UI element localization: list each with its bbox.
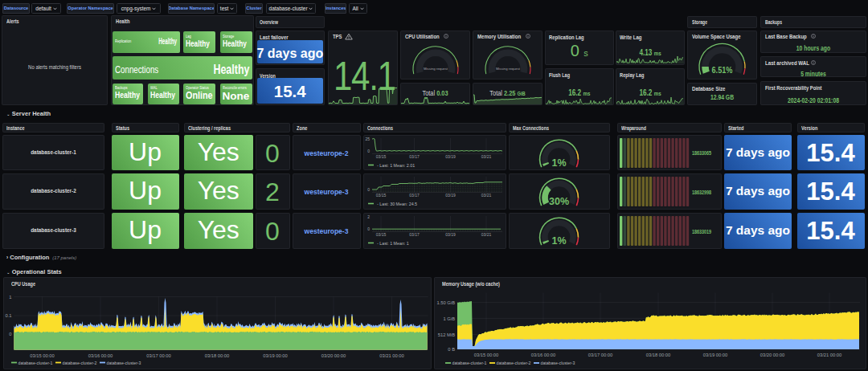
- svg-text:1.50 GiB: 1.50 GiB: [436, 300, 455, 304]
- svg-text:03/19 00:00: 03/19 00:00: [703, 353, 728, 357]
- svg-text:0.1: 0.1: [5, 313, 11, 318]
- svg-text:- Last: 1 Mean: 1: - Last: 1 Mean: 1: [377, 240, 409, 245]
- svg-text:0: 0: [9, 331, 11, 336]
- svg-text:0: 0: [367, 226, 370, 231]
- svg-text:database-cluster-3: database-cluster-3: [541, 361, 575, 365]
- svg-text:03/15: 03/15: [376, 231, 387, 236]
- svg-text:03/17: 03/17: [409, 153, 420, 158]
- svg-text:03/16 00:00: 03/16 00:00: [88, 353, 113, 357]
- svg-text:- Last: 1 Mean: 2.01: - Last: 1 Mean: 2.01: [377, 162, 415, 167]
- svg-text:database-cluster-3: database-cluster-3: [107, 360, 141, 365]
- svg-text:03/21: 03/21: [481, 231, 492, 236]
- svg-text:- Last: 30 Mean: 24.5: - Last: 30 Mean: 24.5: [377, 202, 417, 206]
- svg-text:database-cluster-2: database-cluster-2: [497, 361, 531, 365]
- svg-text:03/19: 03/19: [445, 193, 456, 198]
- svg-text:03/15 00:00: 03/15 00:00: [30, 353, 55, 357]
- svg-text:03/17 00:00: 03/17 00:00: [588, 353, 613, 357]
- svg-text:2: 2: [367, 214, 370, 218]
- svg-text:03/20 00:00: 03/20 00:00: [321, 353, 346, 357]
- svg-text:03/18 00:00: 03/18 00:00: [205, 353, 230, 357]
- svg-text:0: 0: [367, 149, 370, 153]
- svg-text:03/21 00:00: 03/21 00:00: [817, 353, 842, 357]
- svg-text:03/15: 03/15: [376, 153, 387, 158]
- svg-text:1%: 1%: [551, 235, 566, 247]
- svg-text:03/19: 03/19: [445, 231, 456, 236]
- svg-text:03/17 00:00: 03/17 00:00: [146, 353, 171, 357]
- svg-text:1: 1: [9, 294, 11, 299]
- svg-text:03/21: 03/21: [481, 193, 492, 198]
- svg-text:03/21 00:00: 03/21 00:00: [379, 353, 404, 357]
- svg-text:0 B: 0 B: [448, 347, 455, 352]
- svg-text:0: 0: [367, 187, 370, 192]
- svg-text:03/15 00:00: 03/15 00:00: [474, 353, 499, 357]
- svg-text:03/16 00:00: 03/16 00:00: [531, 353, 556, 357]
- svg-text:1 GiB: 1 GiB: [444, 316, 456, 320]
- svg-text:25: 25: [365, 136, 370, 141]
- svg-text:database-cluster-2: database-cluster-2: [63, 360, 97, 365]
- svg-text:Missing request: Missing request: [423, 67, 448, 71]
- svg-text:03/20 00:00: 03/20 00:00: [760, 353, 785, 357]
- svg-text:03/19: 03/19: [445, 153, 456, 158]
- svg-text:03/17: 03/17: [409, 193, 420, 198]
- svg-text:03/17: 03/17: [409, 231, 420, 236]
- svg-text:03/15: 03/15: [376, 193, 387, 198]
- svg-text:Missing request: Missing request: [495, 67, 520, 71]
- svg-text:03/19 00:00: 03/19 00:00: [263, 353, 288, 357]
- svg-text:03/21: 03/21: [481, 153, 492, 158]
- svg-text:512 MiB: 512 MiB: [438, 332, 455, 336]
- svg-text:1%: 1%: [551, 157, 566, 169]
- svg-text:03/18 00:00: 03/18 00:00: [646, 353, 671, 357]
- svg-text:30%: 30%: [549, 196, 569, 207]
- svg-text:database-cluster-1: database-cluster-1: [18, 360, 53, 365]
- svg-text:6.51%: 6.51%: [712, 65, 734, 75]
- svg-text:database-cluster-1: database-cluster-1: [452, 361, 487, 365]
